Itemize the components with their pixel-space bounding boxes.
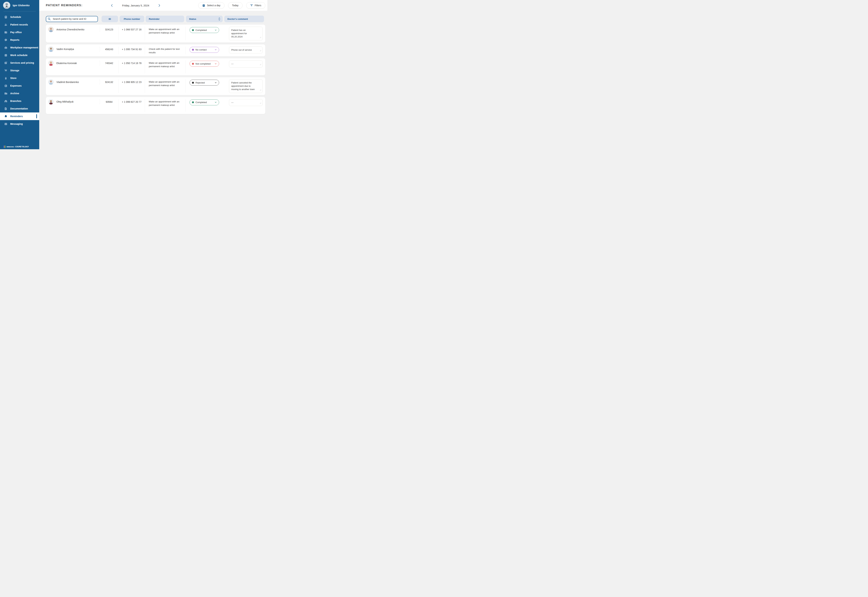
sidebar-item-expenses[interactable]: Expenses xyxy=(0,82,39,89)
sidebar-item-schedule[interactable]: Schedule xyxy=(0,13,39,21)
patient-id: 456243 xyxy=(100,46,119,55)
patient-phone: + 1 066 905 12 23 xyxy=(119,79,145,93)
sidebar-nav: Schedule Patient records Pay office Repo… xyxy=(0,13,39,128)
sidebar-item-label: Archive xyxy=(10,92,19,95)
patient-cell: Vadim Konoplya xyxy=(46,46,100,52)
patient-phone: + 1 050 714 16 78 xyxy=(119,60,145,73)
prev-day-button[interactable] xyxy=(110,3,114,7)
table-row: Vadim Konoplya 456243 + 1 095 734 91 63 … xyxy=(46,45,265,56)
table-row: Vladimit Bondarenko 924132 + 1 066 905 1… xyxy=(46,77,265,95)
sidebar-item-messaging[interactable]: Messaging xyxy=(0,120,39,128)
main-area: PATIENT REMINDERS: Friday, January 5, 20… xyxy=(39,0,268,149)
status-select[interactable]: Completed xyxy=(190,100,219,105)
work-schedule-icon xyxy=(4,53,7,57)
resize-handle-icon[interactable] xyxy=(260,36,261,39)
sidebar-item-label: Workplace management xyxy=(10,46,38,49)
avatar xyxy=(48,99,54,104)
select-day-label: Select a day xyxy=(207,4,220,7)
sidebar-item-branches[interactable]: Branches xyxy=(0,97,39,105)
status-select[interactable]: Completed xyxy=(190,27,219,33)
patient-phone: + 1 099 827 20 77 xyxy=(119,99,145,112)
sidebar-item-label: Reports xyxy=(10,39,19,41)
filters-button[interactable]: Filters xyxy=(246,2,265,9)
schedule-icon xyxy=(4,15,7,19)
sidebar-item-reminders[interactable]: Reminders xyxy=(0,113,39,120)
doctor-comment-input[interactable]: Patient has an appointment for 05.20.202… xyxy=(229,27,263,40)
reminders-list: Antonina Cherednichenko 324123 + 1 066 5… xyxy=(46,25,265,114)
doctor-comment-input[interactable]: --- xyxy=(229,60,263,67)
chevron-down-icon xyxy=(215,102,217,103)
resize-handle-icon[interactable] xyxy=(260,49,261,52)
sidebar-item-label: Expenses xyxy=(10,84,22,87)
select-day-button[interactable]: Select a day xyxy=(198,2,224,9)
archive-icon xyxy=(4,92,7,95)
status-select[interactable]: No contact xyxy=(190,47,219,53)
patient-name: Oleg Mikhailyuk xyxy=(56,100,74,103)
search-input[interactable] xyxy=(46,16,98,22)
sidebar-item-storage[interactable]: Storage xyxy=(0,67,39,74)
sidebar-item-label: Reminders xyxy=(10,115,23,118)
today-button[interactable]: Today xyxy=(228,2,242,9)
active-indicator xyxy=(36,114,37,118)
comment-cell: Patient has an appointment for 05.20.202… xyxy=(224,27,265,40)
doctor-comment-input[interactable]: --- xyxy=(229,99,263,106)
reminder-text: Check with the patient for test results xyxy=(145,46,186,55)
bell-icon xyxy=(4,115,7,118)
sidebar-item-work-schedule[interactable]: Work schedule xyxy=(0,51,39,59)
topbar: PATIENT REMINDERS: Friday, January 5, 20… xyxy=(39,0,268,11)
divider xyxy=(3,11,36,12)
sidebar-item-label: Pay office xyxy=(10,31,22,34)
sidebar-item-pay-office[interactable]: Pay office xyxy=(0,28,39,36)
sidebar-item-reports[interactable]: Reports xyxy=(0,36,39,44)
column-header-status: Status xyxy=(186,16,223,22)
filters-label: Filters xyxy=(255,4,261,7)
status-select[interactable]: Rejected xyxy=(190,80,219,86)
user-profile[interactable]: Igor Globenko xyxy=(0,0,39,10)
logo-text: emexes-COSMETOLOGY xyxy=(7,146,29,148)
sidebar-item-patient-records[interactable]: Patient records xyxy=(0,21,39,28)
patient-id: 924132 xyxy=(100,79,119,93)
patient-id: 324123 xyxy=(100,27,119,40)
reminder-text: Make an appointment with an permanent ma… xyxy=(145,79,186,93)
reminder-text: Make an appointment with an permanent ma… xyxy=(145,99,186,112)
sidebar-item-documentation[interactable]: Documentation xyxy=(0,105,39,113)
sidebar-item-workplace-management[interactable]: Workplace management xyxy=(0,44,39,51)
chevron-right-icon xyxy=(159,4,160,7)
avatar xyxy=(3,2,10,9)
calendar-icon xyxy=(202,4,205,7)
resize-handle-icon[interactable] xyxy=(260,102,261,105)
column-header-reminder: Reminder xyxy=(146,16,184,22)
content: ID Phone number Reminder Status Doctor's… xyxy=(39,11,268,149)
sort-icon[interactable] xyxy=(218,18,220,21)
patient-phone: + 1 066 537 27 16 xyxy=(119,27,145,40)
sidebar-item-store[interactable]: Store xyxy=(0,74,39,82)
doctor-comment-input[interactable]: Patient canceled the appointment due to … xyxy=(229,79,263,93)
status-cell: Completed xyxy=(186,27,224,40)
sidebar-item-label: Patient records xyxy=(10,23,28,26)
chevron-down-icon xyxy=(215,63,217,64)
column-header-id: ID xyxy=(101,16,118,22)
doctor-comment-input[interactable]: Phone out of service xyxy=(229,46,263,53)
resize-handle-icon[interactable] xyxy=(260,89,261,92)
sidebar-item-archive[interactable]: Archive xyxy=(0,89,39,97)
status-select[interactable]: Not completed xyxy=(190,61,219,67)
status-label: Completed xyxy=(195,101,207,104)
logo-bars-icon xyxy=(3,146,6,148)
status-cell: Rejected xyxy=(186,79,224,93)
documentation-icon xyxy=(4,107,7,110)
next-day-button[interactable] xyxy=(157,3,162,7)
search-icon xyxy=(48,17,51,21)
patient-id: 93564 xyxy=(100,99,119,112)
resize-handle-icon[interactable] xyxy=(260,63,261,66)
status-dot-icon xyxy=(192,82,194,84)
patient-cell: Ekaterina Koroviak xyxy=(46,60,100,66)
store-icon xyxy=(4,77,7,80)
comment-cell: --- xyxy=(224,99,265,112)
user-name: Igor Globenko xyxy=(13,4,30,7)
current-date: Friday, January 5, 2024 xyxy=(122,4,149,7)
storage-icon xyxy=(4,69,7,72)
sidebar-item-label: Messaging xyxy=(10,123,23,125)
sidebar-item-services-and-pricing[interactable]: Services and pricing xyxy=(0,59,39,67)
patient-name: Antonina Cherednichenko xyxy=(56,28,85,31)
status-cell: Not completed xyxy=(186,60,224,73)
